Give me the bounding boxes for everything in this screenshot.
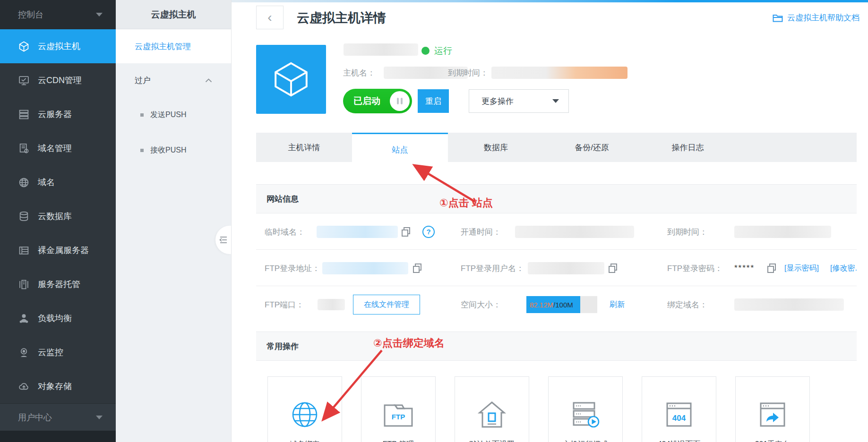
card-301-redirect[interactable]: 301重定向 [735, 376, 810, 442]
subnav-group-transfer[interactable]: 过户 [116, 63, 231, 97]
bullet-icon [140, 113, 144, 117]
folder-icon [773, 14, 783, 22]
sidebar-item-cloud-monitor[interactable]: 云监控 [0, 335, 116, 369]
card-label: 404错误页面 [642, 440, 716, 442]
cloud-monitor-icon [18, 347, 29, 358]
sidebar-item-label: 域名管理 [38, 143, 72, 154]
card-label: 301重定向 [736, 440, 809, 442]
help-doc-link[interactable]: 云虚拟主机帮助文档 [773, 12, 859, 23]
help-doc-label: 云虚拟主机帮助文档 [787, 12, 859, 23]
sidebar-item-domain-manage[interactable]: 域名管理 [0, 131, 116, 165]
copy-icon[interactable] [766, 263, 777, 273]
copy-icon[interactable] [401, 227, 411, 237]
site-info-row-1: 临时域名： ? 开通时间： 到期时间： [256, 214, 857, 250]
globe-icon [18, 177, 29, 188]
run-mode-icon [570, 400, 601, 429]
modify-password-link[interactable]: [修改密... [830, 263, 857, 273]
bind-domain-label: 绑定域名： [667, 299, 707, 310]
sidebar-item-label: 对象存储 [38, 381, 72, 392]
quick-action-cards: 域名绑定 FTP FTP 管理 默认首页设置 主机运行模式 [267, 376, 810, 442]
annotation-step1: ①点击 站点 [439, 196, 493, 210]
nav-collapse-handle[interactable] [215, 226, 231, 254]
redirect-301-icon [758, 401, 787, 428]
cube-icon [271, 60, 311, 99]
tab-operation-log[interactable]: 操作日志 [640, 133, 736, 162]
site-info-section-header: 网站信息 [256, 184, 857, 213]
annotation-step2: ②点击绑定域名 [373, 336, 445, 350]
subnav-group-label: 过户 [135, 75, 151, 86]
power-toggle-started[interactable]: 已启动 [343, 89, 412, 113]
globe-bind-icon [290, 400, 319, 429]
restart-button[interactable]: 重启 [418, 89, 449, 113]
subnav-item-receive-push[interactable]: 接收PUSH [116, 133, 231, 168]
card-label: 主机运行模式 [549, 440, 622, 442]
bullet-icon [140, 149, 144, 152]
sidebar-item-bare-metal[interactable]: 裸金属服务器 [0, 233, 116, 267]
subnav-item-host-manage[interactable]: 云虚拟主机管理 [116, 29, 231, 63]
more-actions-dropdown[interactable]: 更多操作 [469, 89, 569, 113]
card-404-page[interactable]: 404 404错误页面 [642, 376, 716, 442]
sidebar-item-cloud-virtual-host[interactable]: 云虚拟主机 [0, 29, 116, 63]
subnav-item-label: 发送PUSH [150, 110, 186, 120]
sidebar-item-label: 域名 [38, 177, 55, 188]
sidebar-item-domain[interactable]: 域名 [0, 165, 116, 199]
sidebar-item-label: 服务器托管 [38, 279, 80, 290]
sidebar-item-load-balancer[interactable]: 负载均衡 [0, 301, 116, 335]
page-title: 云虚拟主机详情 [297, 9, 386, 26]
copy-icon[interactable] [412, 263, 422, 273]
expire-time-label: 到期时间： [667, 226, 707, 237]
card-run-mode[interactable]: 主机运行模式 [548, 376, 623, 442]
sidebar-item-cloud-server[interactable]: 云服务器 [0, 97, 116, 131]
app-window: 控制台 云虚拟主机 云CDN管理 云服务器 域名管理 [0, 0, 868, 442]
sidebar-item-label: 云服务器 [38, 109, 72, 120]
quick-actions-section-header: 常用操作 [256, 332, 857, 361]
tab-host-detail[interactable]: 主机详情 [256, 133, 352, 162]
sidebar-item-label: 云CDN管理 [38, 75, 82, 86]
copy-icon[interactable] [608, 263, 618, 273]
sidebar-item-label: 云数据库 [38, 211, 72, 222]
sidebar-item-cdn[interactable]: 云CDN管理 [0, 63, 116, 97]
card-domain-bind[interactable]: 域名绑定 [267, 376, 342, 442]
load-balancer-icon [18, 313, 29, 324]
host-type-icon [256, 45, 326, 114]
card-default-homepage[interactable]: 默认首页设置 [455, 376, 529, 442]
main-content: ‹ 云虚拟主机详情 云虚拟主机帮助文档 运行 主机名： 到期时间： 已启动 重启… [232, 0, 868, 442]
sidebar-item-object-storage[interactable]: 对象存储 [0, 369, 116, 403]
space-used-value: 82.12M [530, 301, 553, 309]
redacted-open-time [515, 226, 634, 238]
chevron-down-icon [96, 416, 103, 419]
back-button[interactable]: ‹ [256, 6, 284, 29]
power-toggle-label: 已启动 [353, 95, 380, 107]
subnav-item-send-push[interactable]: 发送PUSH [116, 97, 231, 133]
refresh-link[interactable]: 刷新 [610, 300, 625, 310]
temp-domain-label: 临时域名： [265, 226, 305, 237]
card-label: 默认首页设置 [455, 440, 529, 442]
sidebar-filler [0, 431, 116, 442]
cdn-monitor-icon [18, 75, 29, 86]
secondary-nav: 云虚拟主机 云虚拟主机管理 过户 发送PUSH 接收PUSH [116, 0, 232, 442]
cube-icon [18, 41, 29, 52]
card-ftp-manage[interactable]: FTP FTP 管理 [361, 376, 436, 442]
status-dot-icon [421, 47, 430, 55]
redacted-ftp-port [318, 299, 345, 310]
bare-metal-icon [18, 245, 29, 256]
sidebar-item-label: 云虚拟主机 [38, 41, 80, 52]
show-password-link[interactable]: [显示密码] [784, 263, 819, 273]
site-info-row-3: FTP端口： 在线文件管理 空间大小： 82.12M/100M 刷新 绑定域名： [256, 287, 857, 323]
sidebar-item-user-center[interactable]: 用户中心 [0, 403, 116, 431]
404-badge: 404 [672, 414, 686, 423]
tab-backup-restore[interactable]: 备份/还原 [544, 133, 640, 162]
online-file-manager-button[interactable]: 在线文件管理 [353, 295, 420, 314]
sidebar-item-cloud-database[interactable]: 云数据库 [0, 199, 116, 233]
tab-site[interactable]: 站点 [352, 133, 448, 166]
tab-database[interactable]: 数据库 [448, 133, 544, 162]
user-center-label: 用户中心 [18, 412, 52, 423]
sidebar-item-console[interactable]: 控制台 [0, 0, 116, 29]
more-actions-label: 更多操作 [481, 96, 514, 107]
sidebar-item-server-hosting[interactable]: 服务器托管 [0, 267, 116, 301]
space-usage-bar: 82.12M/100M [526, 296, 597, 313]
redacted-ftp-address [322, 262, 408, 274]
help-question-icon[interactable]: ? [422, 226, 435, 238]
host-status: 运行 [434, 45, 452, 57]
redacted-temp-domain [317, 226, 398, 238]
